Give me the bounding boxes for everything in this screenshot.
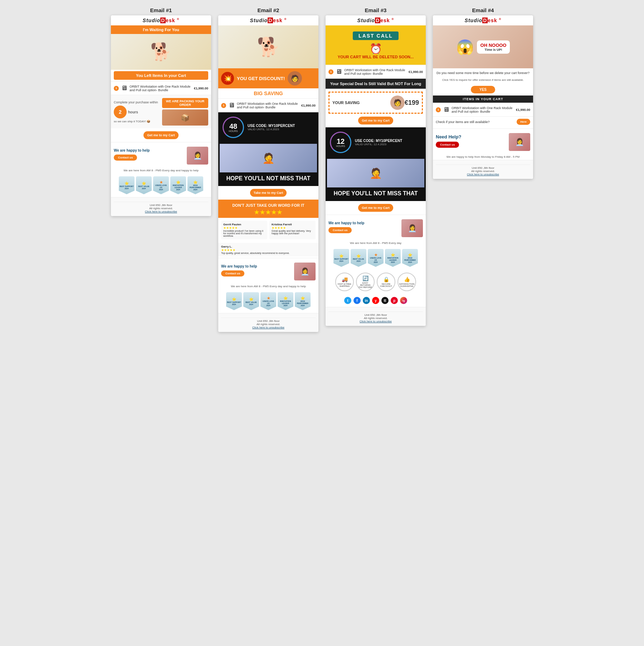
email1-help-section: We are happy to help Contact us 👩‍💼 bbox=[111, 144, 211, 167]
email3-tiktok-icon[interactable]: tt bbox=[381, 297, 389, 304]
email1-badge-3: ⭐INNOVATION LEADER2024 bbox=[170, 176, 186, 194]
email2-hours-section: 48 HOURS USE CODE: MY10PERCENT VALID UNT… bbox=[218, 112, 318, 142]
email3-badge-1: ⭐BEST VALUE2024 bbox=[351, 249, 366, 267]
email3-product-price: €1,990.00 bbox=[409, 70, 423, 74]
email4-footer-rights: All rights reserved. bbox=[436, 170, 530, 173]
email2-testimonial-banner: DON'T JUST TAKE OUR WORD FOR IT ★★★★★ bbox=[218, 200, 318, 218]
email3-card: StudioDesk ® LAST CALL ⏰ YOUR CART WILL … bbox=[326, 15, 426, 326]
email1-hero-image: 🐕 bbox=[111, 34, 211, 70]
email3-youtube-icon[interactable]: y bbox=[372, 297, 379, 304]
email2-discount-banner: 💥 YOU GET DISCOUNT! 🧑 bbox=[218, 68, 318, 88]
email2-hours-text: USE CODE: MY10PERCENT VALID UNTIL: 12.4.… bbox=[248, 124, 314, 131]
email2-product-row: 1 🖥 ORBIT Workstation with One Rack Modu… bbox=[218, 98, 318, 112]
email3-footer-rights: All rights reserved. bbox=[328, 317, 423, 320]
email3-guarantee-3: 👍 SATISFACTION GUARANTEE bbox=[397, 273, 416, 291]
email1-help-title: We are happy to help bbox=[114, 148, 185, 152]
email2-badge-0: ⭐BEST SUPPORT2024 bbox=[226, 292, 242, 310]
email2-t1-name: Kristina Farrell bbox=[272, 223, 313, 226]
email4-unsubscribe-link[interactable]: Click here to unsubscribe bbox=[467, 173, 499, 176]
email2-divider1 bbox=[218, 258, 318, 258]
email1-ship-section: Complete your purchase within 2 hours so… bbox=[111, 95, 211, 128]
email2-contact-button[interactable]: Contact us bbox=[221, 270, 244, 276]
email2-product-icon: 🖥 bbox=[228, 102, 235, 109]
page-container: Email #1 StudioDesk ® I'm Waiting For Yo… bbox=[7, 7, 637, 332]
email1-contact-button[interactable]: Contact us bbox=[114, 155, 137, 161]
email2-bam-icon: 💥 bbox=[221, 72, 234, 85]
email3-unsubscribe-link[interactable]: Click here to unsubscribe bbox=[360, 320, 392, 323]
email2-badge-4: ⭐HIGH PERFORMER2024 bbox=[295, 292, 311, 310]
email4-contact-button[interactable]: Contact us bbox=[436, 142, 459, 148]
email4-product-num: 1 bbox=[436, 107, 441, 112]
email1-help-subtext: We are here from AM 8 - PM5 Every day an… bbox=[111, 167, 211, 173]
email1-title: Email #1 bbox=[150, 7, 172, 13]
email2-wrapper: Email #2 StudioDesk ® 🐕 💥 YOU GET DISCOU… bbox=[218, 7, 318, 332]
email2-big-saving: BIG SAVING bbox=[218, 88, 318, 98]
email2-unsubscribe-link[interactable]: Click here to unsubscribe bbox=[252, 326, 284, 329]
email2-badge-2: ★USERS LOVE US2024 bbox=[260, 292, 276, 310]
email2-testimonial-0: Gerrit Paulen ★★★★★ Incredible product! … bbox=[221, 221, 267, 239]
email4-divider1 bbox=[433, 128, 533, 129]
email3-guarantee-row: 🚚 FAST & FREE SHIPPING 🔄 EASY RETURNS TA… bbox=[326, 270, 426, 294]
email1-footer: Unit 650 ,6th floor All rights reserved.… bbox=[111, 197, 211, 216]
email4-product-price: €1,990.00 bbox=[516, 108, 530, 112]
email3-guarantee-2: 🔒 SECURE CHECKOUT bbox=[377, 273, 395, 291]
email3-title: Email #3 bbox=[365, 7, 387, 13]
email2-cta-button[interactable]: Take me to my Cart bbox=[250, 189, 287, 197]
email3-deal-banner: Your Special Deal Is Still Valid But NOT… bbox=[326, 79, 426, 89]
email3-pinterest-icon[interactable]: p bbox=[391, 297, 398, 304]
email4-help-title: Need Help? bbox=[436, 134, 507, 140]
email1-packing-banner: WE ARE PACKING YOUR ORDER bbox=[162, 98, 208, 108]
email4-card: StudioDesk ® 😱 OH NOOOO Time is UP! Do y… bbox=[433, 15, 533, 179]
email4-ohnoo-title: OH NOOOO bbox=[480, 43, 507, 48]
email3-last-call-label: LAST CALL bbox=[353, 31, 399, 40]
email3-contact-button[interactable]: Contact us bbox=[328, 227, 352, 233]
email3-badge-0: ⭐BEST SUPPORT2024 bbox=[333, 249, 349, 267]
email4-help-section: Need Help? Contact us 👩‍💼 bbox=[433, 130, 533, 154]
email2-product-name: ORBIT Workstation with One Rack Module a… bbox=[237, 102, 299, 109]
email3-linkedin-icon[interactable]: in bbox=[363, 297, 370, 304]
email4-help-image: 👩‍💼 bbox=[509, 133, 530, 151]
email4-items-banner: ITEMS IN YOUR CART bbox=[433, 96, 533, 103]
email1-cta-button[interactable]: Get me to my Cart bbox=[143, 131, 179, 139]
email2-product-price: €1,990.00 bbox=[301, 104, 316, 107]
email2-help-subtext: We are here from AM 8 - PM5 Every day an… bbox=[218, 283, 318, 289]
email2-extra-name: Garry L. bbox=[221, 245, 316, 248]
email2-testimonials-area: Gerrit Paulen ★★★★★ Incredible product! … bbox=[218, 218, 318, 242]
email2-valid: VALID UNTIL: 12.4.2023 bbox=[248, 128, 314, 131]
email3-facebook-icon[interactable]: f bbox=[353, 297, 361, 304]
email3-cta2-button[interactable]: Get me to my Cart bbox=[358, 204, 393, 212]
email4-yes-button[interactable]: YES bbox=[471, 86, 495, 93]
email4-ohnoo-bubble: OH NOOOO Time is UP! bbox=[477, 40, 510, 54]
email3-guarantee-1: 🔄 EASY RETURNS TAX REFUND bbox=[356, 273, 375, 291]
email3-hope-text: HOPE YOU'LL NOT MISS THAT bbox=[326, 189, 426, 201]
email1-left-cart-banner: You Left Items In your Cart bbox=[114, 71, 208, 80]
email2-t0-stars: ★★★★★ bbox=[223, 226, 265, 230]
email3-instagram-icon[interactable]: ig bbox=[400, 297, 407, 304]
email3-cta-button[interactable]: Get me to my Cart bbox=[358, 117, 393, 124]
email1-packing-image: 📦 bbox=[162, 109, 208, 126]
email3-divider1 bbox=[326, 215, 426, 215]
email4-here-button[interactable]: Here bbox=[517, 119, 530, 125]
email3-last-call-hero: LAST CALL ⏰ YOUR CART WILL BE DELETED SO… bbox=[326, 25, 426, 65]
email4-ohnoo-sub: Time is UP! bbox=[480, 48, 507, 52]
email2-card: StudioDesk ® 🐕 💥 YOU GET DISCOUNT! 🧑 BIG… bbox=[218, 15, 318, 332]
email1-unsubscribe-link[interactable]: Click here to unsubscribe bbox=[145, 210, 177, 213]
email3-logo: StudioDesk ® bbox=[326, 18, 426, 23]
email3-code: USE CODE: MY10PERCENT bbox=[355, 139, 421, 143]
email4-check-row: Check if your items are still available?… bbox=[433, 117, 533, 127]
email1-product-num: 1 bbox=[114, 86, 119, 91]
email4-product-name: ORBIT Workstation with One Rack Module a… bbox=[452, 106, 514, 113]
email3-hours-section: 12 HOURS USE CODE: MY10PERCENT VALID UNT… bbox=[326, 127, 426, 157]
email4-product-icon: 🖥 bbox=[443, 106, 449, 113]
email3-clock-icon: ⏰ bbox=[370, 43, 382, 55]
email3-help-title: We are happy to help bbox=[328, 221, 399, 225]
email3-help-image: 👩‍💼 bbox=[401, 219, 423, 237]
email1-badge-0: ⭐BEST SUPPORT2024 bbox=[119, 176, 135, 194]
email4-product-row: 1 🖥 ORBIT Workstation with One Rack Modu… bbox=[433, 103, 533, 117]
email4-ohnoo-section: 😱 OH NOOOO Time is UP! bbox=[433, 25, 533, 68]
email3-twitter-icon[interactable]: t bbox=[344, 297, 351, 304]
email2-help-image: 👩‍💼 bbox=[294, 263, 316, 280]
email3-hours-num: 12 bbox=[337, 138, 345, 145]
email2-logo: StudioDesk ® bbox=[218, 18, 318, 23]
email1-waiting-banner: I'm Waiting For You bbox=[111, 25, 211, 34]
